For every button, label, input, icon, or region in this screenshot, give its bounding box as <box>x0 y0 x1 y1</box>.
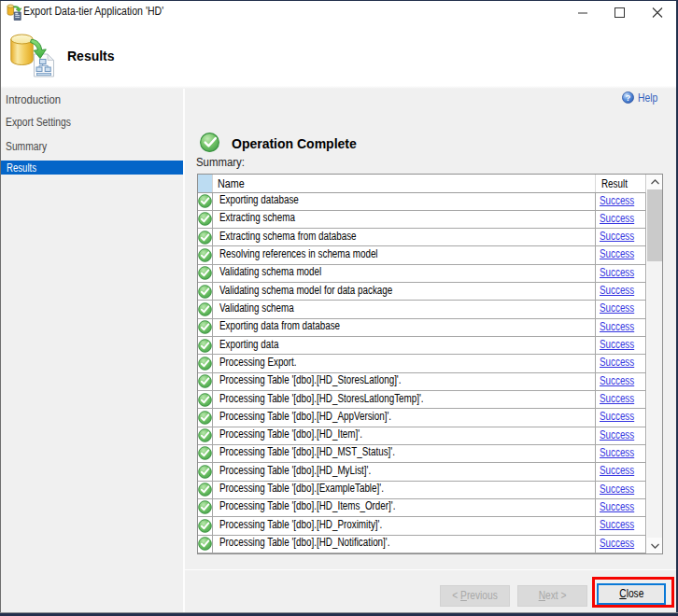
svg-text:?: ? <box>626 93 631 103</box>
